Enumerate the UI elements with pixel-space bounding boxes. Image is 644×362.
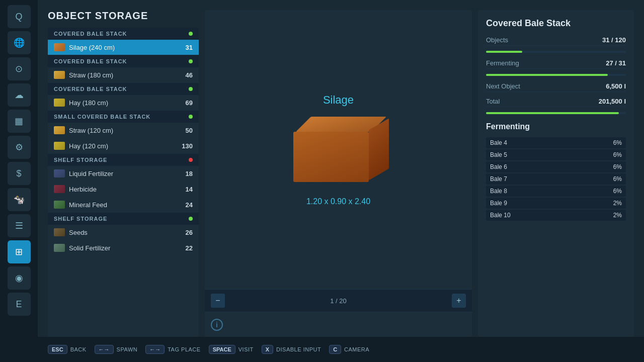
details-panel: Covered Bale Stack Objects 31 / 120 Ferm… <box>478 10 634 337</box>
bale5-pct: 6% <box>613 151 622 158</box>
detail-objects: Objects 31 / 120 <box>486 35 626 46</box>
fermenting-progress-fill <box>486 74 608 76</box>
preview-title: Silage <box>323 94 354 107</box>
notes-icon: ☰ <box>15 220 23 231</box>
sidebar-btn-chart[interactable]: ▦ <box>8 110 31 133</box>
list-container[interactable]: COVERED BALE STACK Silage (240 cm) 31 CO… <box>48 28 199 337</box>
bale8-pct: 6% <box>613 188 622 195</box>
total-progress-bar <box>486 112 626 114</box>
group-header-shelf-2: SHELF STORAGE <box>48 213 199 225</box>
objects-progress-fill <box>486 51 522 53</box>
bale4-pct: 6% <box>613 139 622 146</box>
spawn-label: SPAWN <box>117 346 138 352</box>
detail-fermenting: Fermenting 27 / 31 <box>486 58 626 69</box>
sidebar-btn-animal[interactable]: 🐄 <box>8 188 31 211</box>
seeds-icon <box>54 228 65 236</box>
fermenting-item-bale5: Bale 5 6% <box>486 149 626 160</box>
sidebar-btn-storage[interactable]: ⊞ <box>8 240 31 263</box>
list-item-solid-fert[interactable]: Solid Fertilizer 22 <box>48 240 199 256</box>
prev-button[interactable]: − <box>211 294 225 308</box>
animal-icon: 🐄 <box>14 194 25 205</box>
preview-nav: − 1 / 20 + <box>205 289 472 312</box>
key-camera[interactable]: C CAMERA <box>329 345 369 354</box>
objects-value: 31 / 120 <box>602 36 626 44</box>
key-esc[interactable]: ESC BACK <box>48 345 87 354</box>
bale5-name: Bale 5 <box>490 151 507 158</box>
bale10-name: Bale 10 <box>490 212 511 219</box>
group-dot-3 <box>189 87 193 91</box>
mineral-icon <box>54 201 65 209</box>
steering-wheel-icon: ⊙ <box>15 63 23 74</box>
group-dot-green <box>189 32 193 36</box>
sidebar-btn-camera[interactable]: ◉ <box>8 266 31 290</box>
total-value: 201,500 l <box>599 98 626 105</box>
camera-icon: ◉ <box>15 273 23 284</box>
group-header-covered-bale-2: COVERED BALE STACK <box>48 55 199 67</box>
bale4-name: Bale 4 <box>490 139 507 146</box>
esc-badge: ESC <box>48 345 67 354</box>
list-item-mineral[interactable]: Mineral Feed 24 <box>48 197 199 213</box>
key-disable[interactable]: X DISABLE INPUT <box>262 345 321 354</box>
next-button[interactable]: + <box>452 294 466 308</box>
group-label-3: COVERED BALE STACK <box>54 86 127 92</box>
list-item-herbicide[interactable]: Herbicide 14 <box>48 182 199 197</box>
sidebar-btn-notes[interactable]: ☰ <box>8 214 31 237</box>
visit-label: VISIT <box>238 346 254 352</box>
item-name-seeds: Seeds <box>69 229 182 236</box>
list-item-straw-120[interactable]: Straw (120 cm) 50 <box>48 123 199 138</box>
fermenting-section-title: Fermenting <box>486 122 626 131</box>
item-name-hay-120: Hay (120 cm) <box>69 142 178 150</box>
list-item-hay-120[interactable]: Hay (120 cm) 130 <box>48 138 199 154</box>
group-dot-4 <box>189 115 193 119</box>
group-header-covered-bale-1: COVERED BALE STACK <box>48 28 199 40</box>
list-item-hay-180[interactable]: Hay (180 cm) 69 <box>48 95 199 111</box>
e-icon: E <box>16 299 22 310</box>
item-count-liquid: 18 <box>186 170 193 177</box>
storage-icon: ⊞ <box>15 246 23 257</box>
fermenting-list: Bale 4 6% Bale 5 6% Bale 6 6% Bale 7 6% … <box>486 137 626 329</box>
item-name-hay-180: Hay (180 cm) <box>69 99 182 107</box>
list-item-straw-180[interactable]: Straw (180 cm) 46 <box>48 67 199 83</box>
item-name-herbicide: Herbicide <box>69 186 182 193</box>
group-label-2: COVERED BALE STACK <box>54 58 127 64</box>
item-count-seeds: 26 <box>186 229 193 236</box>
item-count-straw-120: 50 <box>186 127 193 134</box>
list-item-liquid-fert[interactable]: Liquid Fertilizer 18 <box>48 166 199 182</box>
item-name-liquid: Liquid Fertilizer <box>69 170 182 177</box>
sidebar: Q 🌐 ⊙ ☁ ▦ ⚙ $ 🐄 ☰ ⊞ ◉ E <box>0 0 38 362</box>
group-header-shelf-1: SHELF STORAGE <box>48 154 199 166</box>
item-count-solid: 22 <box>186 244 193 252</box>
list-item-silage-240[interactable]: Silage (240 cm) 31 <box>48 40 199 55</box>
key-tagplace[interactable]: ←→ TAG PLACE <box>145 345 200 354</box>
sidebar-btn-globe[interactable]: 🌐 <box>8 31 31 54</box>
item-name-silage-240: Silage (240 cm) <box>69 44 182 51</box>
total-progress-fill <box>486 112 619 114</box>
storage-list-panel: OBJECT STORAGE COVERED BALE STACK Silage… <box>48 10 199 337</box>
key-spawn[interactable]: ←→ SPAWN <box>95 345 138 354</box>
item-count-herbicide: 14 <box>186 186 193 193</box>
sidebar-btn-e[interactable]: E <box>8 293 31 316</box>
fermenting-item-bale8: Bale 8 6% <box>486 186 626 197</box>
sidebar-btn-dollar[interactable]: $ <box>8 162 31 185</box>
sidebar-btn-cloud[interactable]: ☁ <box>8 83 31 107</box>
sidebar-btn-wheel[interactable]: ⊙ <box>8 57 31 80</box>
item-count-mineral: 24 <box>186 201 193 209</box>
fermenting-item-bale4: Bale 4 6% <box>486 137 626 148</box>
fermenting-item-bale6: Bale 6 6% <box>486 161 626 172</box>
key-visit[interactable]: SPACE VISIT <box>209 345 254 354</box>
info-icon[interactable]: i <box>211 319 223 331</box>
tagplace-badge: ←→ <box>145 345 165 354</box>
preview-dimensions: 1.20 x 0.90 x 2.40 <box>306 197 370 206</box>
globe-icon: 🌐 <box>14 37 25 48</box>
camera-label: CAMERA <box>344 346 369 352</box>
bale9-name: Bale 9 <box>490 200 507 207</box>
bale9-pct: 2% <box>613 200 622 207</box>
sidebar-btn-q[interactable]: Q <box>8 5 31 28</box>
sidebar-btn-tractor[interactable]: ⚙ <box>8 136 31 159</box>
camera-badge: C <box>329 345 341 354</box>
group-header-small-bale: SMALL COVERED BALE STACK <box>48 111 199 123</box>
item-count-straw-180: 46 <box>186 71 193 79</box>
list-item-seeds[interactable]: Seeds 26 <box>48 225 199 240</box>
tagplace-label: TAG PLACE <box>168 346 200 352</box>
detail-total: Total 201,500 l <box>486 96 626 107</box>
